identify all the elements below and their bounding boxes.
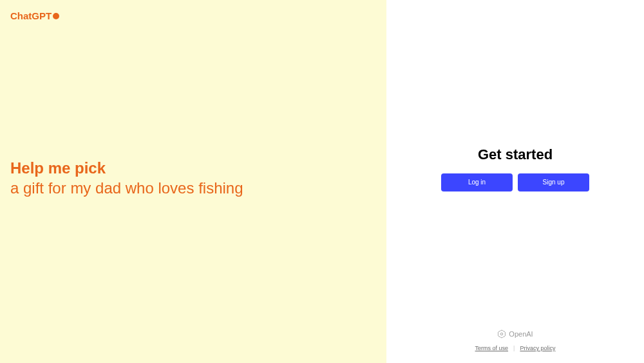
openai-name: OpenAI bbox=[509, 330, 533, 338]
right-panel: Get started Log in Sign up OpenAI Terms … bbox=[386, 0, 644, 363]
signup-button[interactable]: Sign up bbox=[518, 173, 589, 191]
openai-swirl-icon bbox=[497, 329, 506, 338]
brand-dot-icon bbox=[53, 13, 59, 19]
auth-title: Get started bbox=[478, 146, 553, 163]
privacy-link[interactable]: Privacy policy bbox=[520, 345, 555, 351]
legal-divider: | bbox=[513, 345, 515, 351]
brand-name: ChatGPT bbox=[10, 10, 52, 21]
svg-point-0 bbox=[501, 333, 504, 335]
auth-buttons: Log in Sign up bbox=[441, 173, 589, 191]
terms-link[interactable]: Terms of use bbox=[475, 345, 509, 351]
login-button[interactable]: Log in bbox=[441, 173, 513, 191]
brand: ChatGPT bbox=[10, 10, 376, 21]
prompt-section: Help me pick a gift for my dad who loves… bbox=[10, 157, 243, 197]
prompt-subheading: a gift for my dad who loves fishing bbox=[10, 177, 243, 197]
prompt-heading: Help me pick bbox=[10, 157, 243, 177]
auth-section: Get started Log in Sign up bbox=[441, 146, 589, 191]
openai-logo: OpenAI bbox=[497, 329, 533, 338]
left-panel: ChatGPT Help me pick a gift for my dad w… bbox=[0, 0, 386, 363]
legal-links: Terms of use | Privacy policy bbox=[475, 345, 556, 351]
footer: OpenAI Terms of use | Privacy policy bbox=[386, 329, 644, 351]
